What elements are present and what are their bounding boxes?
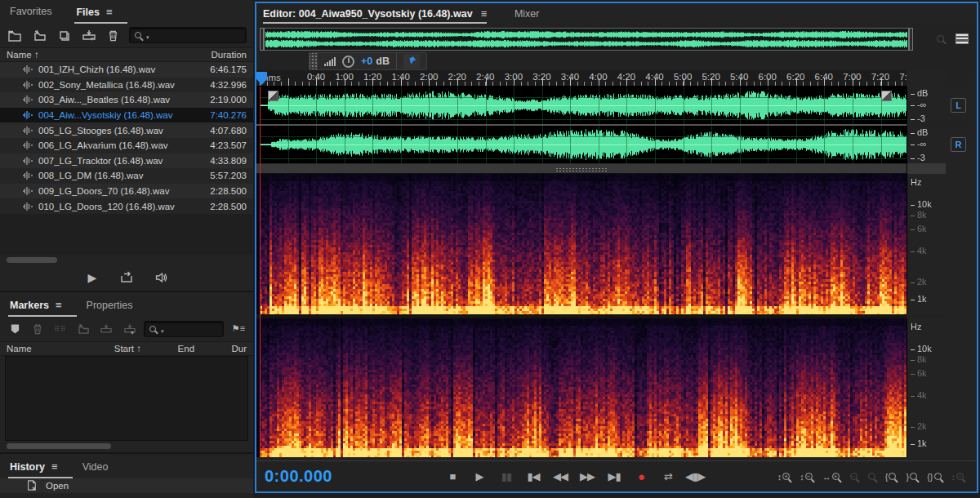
export-markers-icon[interactable]: ▾ [121, 322, 137, 336]
spectrogram-left-canvas[interactable] [260, 174, 906, 314]
overview-left-handle[interactable] [260, 28, 265, 51]
zoom-in-vertical-button[interactable]: ↕+ [777, 468, 791, 486]
wave-spectral-splitter[interactable] [256, 163, 906, 174]
timeline-ruler[interactable]: hms 0:401:001:201:402:002:202:403:003:20… [256, 70, 906, 87]
file-row[interactable]: 008_LG_DM (16.48).wav5:57.203 [0, 168, 253, 184]
pin-icon[interactable] [403, 54, 420, 69]
file-row[interactable]: 006_LG_Akvarium (16.48).wav4:23.507 [0, 138, 253, 153]
panel-menu-icon[interactable]: ≡ [51, 460, 58, 473]
zoom-to-in-point-button[interactable]: { [885, 468, 897, 486]
open-file-icon[interactable] [7, 28, 23, 42]
playhead-line[interactable] [260, 87, 261, 457]
volume-hud[interactable]: +0 dB [309, 52, 427, 70]
rewind-button[interactable]: ◀◀ [550, 468, 570, 486]
file-row[interactable]: 007_LG_Tracktor (16.48).wav4:33.809 [0, 153, 253, 169]
record-button[interactable]: ● [631, 468, 651, 486]
panel-menu-icon[interactable]: ≡ [56, 299, 62, 311]
overview-waveform-canvas[interactable] [265, 29, 907, 49]
new-file-icon[interactable]: ▾ [56, 28, 72, 42]
hz-scale-label: 4k [911, 246, 927, 256]
skip-to-end-button[interactable]: ▶▮ [604, 468, 624, 486]
file-duration: 2:19.000 [210, 95, 247, 104]
waveform-right-channel[interactable] [256, 126, 906, 163]
spectrogram-left-channel[interactable] [256, 174, 906, 314]
files-hscrollbar[interactable] [7, 257, 57, 263]
file-row[interactable]: 004_Aiw...Vysotskiy (16.48).wav7:40.276 [0, 108, 253, 123]
delete-marker-icon[interactable] [29, 322, 46, 336]
file-name: 007_LG_Tracktor (16.48).wav [38, 156, 163, 166]
hz-scale-left[interactable]: Hz10k8k6k4k2k1k [906, 174, 946, 314]
db-scale-left[interactable]: dB-∞-3 [906, 87, 946, 124]
fade-in-handle[interactable] [268, 91, 278, 101]
hz-scale-right[interactable]: Hz10k8k6k4k2k1k [906, 318, 946, 457]
files-column-header[interactable]: Name ↑ Duration [0, 47, 253, 62]
import-folder-icon[interactable] [31, 28, 47, 42]
file-row[interactable]: 002_Sony_Metallica (16.48).wav4:32.996 [0, 78, 253, 93]
zoom-out-vertical-button[interactable]: ↕− [800, 468, 813, 486]
gain-knob-icon[interactable] [342, 56, 354, 68]
file-name: 003_Aiw..._Beatles (16.48).wav [38, 95, 170, 104]
skip-selection-button[interactable]: ◀▮▶ [685, 468, 705, 486]
tab-files[interactable]: Files≡ [74, 2, 114, 22]
history-item-open[interactable]: Open [0, 478, 253, 493]
hud-grip[interactable] [310, 53, 318, 69]
spectrogram-right-channel[interactable] [256, 318, 906, 457]
markers-hscrollbar[interactable] [7, 443, 111, 449]
markers-list-empty[interactable] [5, 356, 248, 441]
play-button[interactable]: ▶ [470, 468, 489, 486]
zoom-in-horizontal-button[interactable]: ↔+ [822, 468, 840, 486]
file-row[interactable]: 003_Aiw..._Beatles (16.48).wav2:19.000 [0, 92, 253, 108]
zoom-to-out-point-button[interactable]: } [906, 468, 917, 486]
skip-to-start-button[interactable]: ▮◀ [523, 468, 543, 486]
files-search-field[interactable]: ▾ [129, 27, 247, 43]
overview-right-handle[interactable] [908, 28, 913, 51]
tab-favorites[interactable]: Favorites [8, 2, 53, 21]
markers-search-field[interactable]: ▾ [144, 321, 224, 337]
file-row[interactable]: 001_IZH_Chizh (16.48).wav6:46.175 [0, 62, 253, 78]
merge-markers-icon[interactable] [98, 322, 114, 336]
channel-r-button[interactable]: R [951, 137, 966, 152]
spectrogram-right-canvas[interactable] [260, 318, 906, 457]
delete-icon[interactable] [105, 28, 121, 42]
tab-video[interactable]: Video [81, 457, 110, 477]
tab-markers[interactable]: Markers≡ [8, 295, 64, 315]
markers-search-input[interactable] [164, 324, 218, 334]
db-scale-right[interactable]: dB-∞-3 [906, 126, 946, 163]
channel-l-button[interactable]: L [951, 98, 966, 113]
loop-playback-button[interactable]: ⇄ [658, 468, 678, 486]
fast-forward-button[interactable]: ▶▶ [577, 468, 597, 486]
play-icon[interactable]: ▶ [84, 270, 100, 285]
panel-menu-icon[interactable]: ≡ [481, 8, 487, 20]
time-display[interactable]: 0:00.000 [265, 467, 332, 486]
panel-menu-icon[interactable]: ≡ [106, 6, 113, 18]
gain-value[interactable]: +0 [361, 56, 372, 67]
import-batch-icon[interactable]: ▾ [80, 28, 96, 42]
file-row[interactable]: 005_LG_Stooges (16.48).wav4:07.680 [0, 122, 253, 138]
zoom-out-horizontal-button[interactable]: − [849, 468, 858, 486]
navigate-zoom-icon[interactable] [937, 29, 944, 47]
markers-column-header[interactable]: Name Start ↑ End Dur [0, 341, 253, 356]
files-search-input[interactable] [149, 30, 241, 40]
stop-button[interactable]: ■ [443, 468, 462, 486]
add-marker-icon[interactable] [7, 322, 23, 336]
insert-into-playlist-icon[interactable] [75, 322, 91, 336]
tab-mixer[interactable]: Mixer [514, 8, 540, 20]
pause-button[interactable]: ▮▮ [497, 468, 516, 486]
full-vertical-zoom-button[interactable]: ↕+ [951, 468, 964, 486]
playlist-toggle-icon[interactable]: ⚑≡ [230, 322, 247, 336]
file-row[interactable]: 010_LG_Doors_120 (16.48).wav2:28.500 [0, 198, 253, 214]
fade-out-handle[interactable] [881, 91, 892, 101]
tab-history[interactable]: History≡ [8, 456, 60, 477]
tab-editor[interactable]: Editor: 004_Aiwa950_Vysotskiy (16.48).wa… [263, 8, 487, 20]
timeline-tick-label: 1:00 [335, 72, 353, 82]
zoom-to-selection-button[interactable]: {} [927, 468, 941, 486]
file-row[interactable]: 009_LG_Doors_70 (16.48).wav2:28.500 [0, 184, 253, 199]
auto-play-volume-icon[interactable] [153, 270, 169, 285]
overview-waveform-strip[interactable] [260, 28, 913, 51]
lanes-icon[interactable] [956, 33, 969, 44]
range-marker-icon[interactable]: ⠿⠿ [52, 322, 69, 336]
tab-properties[interactable]: Properties [85, 296, 135, 315]
loop-playback-icon[interactable] [118, 270, 135, 285]
waveform-left-channel[interactable] [256, 87, 906, 124]
reset-zoom-button[interactable] [867, 468, 875, 486]
